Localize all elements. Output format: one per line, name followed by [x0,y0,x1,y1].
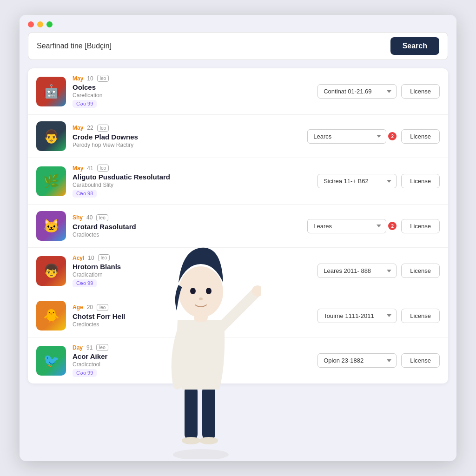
list-item: 🐦Day91leoAcor AikerCradicctoolCəo 99Opio… [28,337,448,383]
license-button[interactable]: License [401,129,440,144]
item-subtitle: Credioctes [73,321,311,328]
list-item: 👨May22leoCrode Plad DownesPerody hop Vie… [28,115,448,158]
item-month: May [73,125,83,131]
license-button[interactable]: License [401,84,440,99]
list-item: 🤖May10leoOolcesCarəficationCəo 99Contina… [28,68,448,115]
item-select[interactable]: Learcs [307,129,386,144]
item-meta: Acyl10leo [73,254,311,261]
item-num: 10 [87,75,93,82]
item-num: 22 [87,125,93,131]
license-button[interactable]: License [401,264,440,278]
item-title: Crotard Rasolutard [73,223,301,231]
item-tag: leo [97,75,109,82]
search-bar: Search [28,32,448,60]
svg-point-4 [199,437,218,444]
item-actions: Leares 2011- 888License [317,264,440,278]
item-subtitle: Perody hop View Ractiry [73,142,301,148]
item-num: 91 [86,344,93,351]
svg-point-3 [182,437,200,444]
item-select[interactable]: Leares [307,219,386,233]
item-title: Crode Plad Downes [73,133,301,141]
item-subtitle: Carəfication [73,92,311,99]
item-actions: Opion 23-1882License [317,353,440,368]
item-thumbnail: 🌿 [36,166,66,196]
item-subtitle: Cradicctool [73,361,311,368]
item-tag: leo [97,125,109,132]
item-actions: Touirne 1111-2011License [317,309,440,323]
item-meta: Age20leo [73,304,311,311]
item-tag: leo [96,214,108,221]
list-item: 🐥Age20leoChotst Forr HellCredioctesTouir… [28,294,448,337]
item-meta: May41leo [73,165,311,172]
item-badge: Cəo 98 [73,190,97,198]
license-button[interactable]: License [401,174,440,188]
select-wrapper: Leares2 [307,219,397,233]
item-select[interactable]: Touirne 1111-2011 [317,309,397,323]
item-num: 10 [88,255,94,261]
item-actions: Learcs2License [307,129,440,144]
maximize-dot[interactable] [46,21,53,27]
item-month: May [73,75,83,82]
item-title: Acor Aiker [73,352,311,360]
item-title: Oolces [73,83,311,91]
svg-rect-1 [185,385,198,441]
svg-point-0 [173,449,229,459]
item-month: Shy [73,214,83,221]
select-wrapper: Opion 23-1882 [317,353,397,368]
item-select[interactable]: Continat 01-21.69 [317,84,397,99]
minimize-dot[interactable] [37,21,43,27]
item-badge: Cəo 99 [73,279,97,287]
item-month: Day [73,344,83,351]
item-meta: May22leo [73,125,301,132]
item-num: 40 [86,214,93,221]
item-info: Shy40leoCrotard RasolutardCradioctes [73,214,301,238]
item-tag: leo [96,344,108,351]
item-info: Age20leoChotst Forr HellCredioctes [73,304,311,328]
item-thumbnail: 🐱 [36,211,66,241]
item-subtitle: Cradicatiorn [73,271,311,278]
notification-badge: 2 [388,132,397,140]
item-info: Day91leoAcor AikerCradicctoolCəo 99 [73,344,311,377]
item-month: Acyl [73,255,84,261]
item-badge: Cəo 99 [73,369,97,377]
close-dot[interactable] [28,21,34,27]
item-select[interactable]: Sicirea 11-+ B62 [317,174,397,188]
item-title: Aliguto Pusduatic Resolutard [73,173,311,181]
license-button[interactable]: License [401,309,440,323]
svg-rect-2 [202,385,215,441]
item-meta: Shy40leo [73,214,301,221]
item-thumbnail: 🐦 [36,346,66,376]
list-item: 🌿May41leoAliguto Pusduatic ResolutardCar… [28,158,448,205]
select-wrapper: Continat 01-21.69 [317,84,397,99]
item-tag: leo [98,254,110,261]
license-button[interactable]: License [401,353,440,368]
item-thumbnail: 🤖 [36,77,66,106]
select-wrapper: Touirne 1111-2011 [317,309,397,323]
item-actions: Continat 01-21.69License [317,84,440,99]
main-window: Search 🤖May10leoOolcesCarəficationCəo 99… [20,15,456,461]
license-button[interactable]: License [401,219,440,233]
list-item: 🐱Shy40leoCrotard RasolutardCradioctesLea… [28,205,448,248]
item-num: 20 [87,304,93,311]
item-thumbnail: 👦 [36,256,66,286]
item-tag: leo [97,304,108,311]
search-button[interactable]: Search [390,37,439,55]
item-meta: May10leo [73,75,311,82]
item-tag: leo [97,165,109,172]
search-input[interactable] [37,42,386,50]
item-info: Acyl10leoHrotorn BlanlsCradicatiornCəo 9… [73,254,311,287]
select-wrapper: Sicirea 11-+ B62 [317,174,397,188]
titlebar [20,15,456,32]
item-info: May10leoOolcesCarəficationCəo 99 [73,75,311,108]
results-list: 🤖May10leoOolcesCarəficationCəo 99Contina… [28,68,448,383]
item-select[interactable]: Opion 23-1882 [317,353,397,368]
item-actions: Leares2License [307,219,440,233]
item-select[interactable]: Leares 2011- 888 [317,264,397,278]
item-subtitle: Cradioctes [73,231,301,238]
item-meta: Day91leo [73,344,311,351]
list-item: 👦Acyl10leoHrotorn BlanlsCradicatiornCəo … [28,248,448,294]
item-thumbnail: 👨 [36,121,66,151]
item-actions: Sicirea 11-+ B62License [317,174,440,188]
item-thumbnail: 🐥 [36,301,66,331]
item-month: May [73,165,83,172]
